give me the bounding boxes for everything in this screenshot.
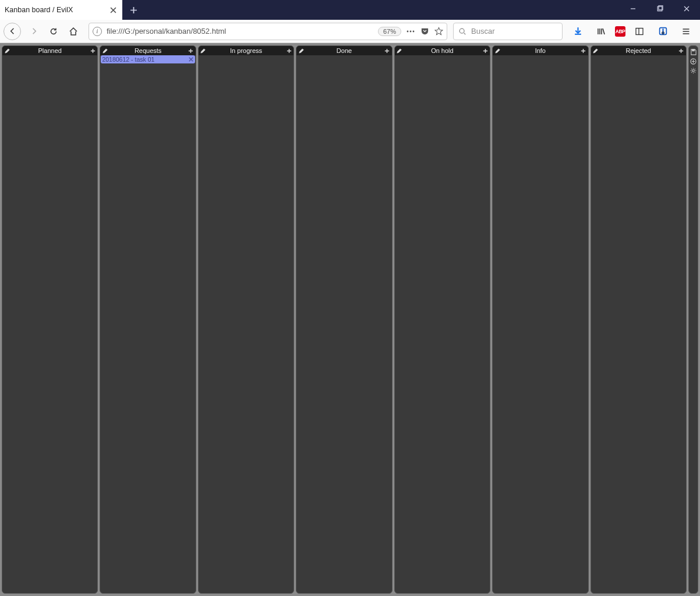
column-header: Planned [2,46,97,55]
window-controls [620,0,700,17]
kanban-column-requests: Requests 20180612 - task 01 [100,45,196,594]
edit-icon[interactable] [3,47,10,54]
column-title: On hold [403,47,482,54]
tab-title: Kanban board / EvilX [5,6,108,14]
window-titlebar: Kanban board / EvilX [0,0,700,20]
svg-point-11 [692,69,695,72]
column-title: Planned [10,47,89,54]
adblock-icon[interactable]: ABP [615,26,625,37]
library-icon[interactable] [592,22,610,41]
column-title: In progress [207,47,285,54]
edit-icon[interactable] [200,47,207,54]
edit-icon[interactable] [396,47,403,54]
column-title: Rejected [599,47,678,54]
toolbar-right-icons: ABP [568,22,695,41]
search-placeholder: Buscar [471,27,494,36]
add-icon[interactable] [188,47,195,54]
column-title: Info [501,47,579,54]
column-title: Requests [108,47,187,54]
kanban-column-info: Info [492,45,588,594]
edit-icon[interactable] [298,47,305,54]
forward-button[interactable] [24,22,43,41]
add-icon[interactable] [580,47,587,54]
app-menu-icon[interactable] [677,22,695,41]
svg-rect-6 [636,28,643,34]
column-header: Info [493,46,588,55]
save-icon[interactable] [690,48,697,55]
search-bar[interactable]: Buscar [453,23,563,40]
sidebar-icon[interactable] [630,22,649,41]
svg-rect-9 [692,49,695,51]
kanban-column-on-hold: On hold [394,45,490,594]
column-body[interactable]: 20180612 - task 01 [100,55,195,593]
svg-rect-0 [657,6,662,11]
column-header: Requests [100,46,195,55]
reload-button[interactable] [44,22,63,41]
column-body[interactable] [395,55,490,593]
card-text: 20180612 - task 01 [102,56,188,63]
close-icon[interactable] [188,56,194,62]
kanban-card[interactable]: 20180612 - task 01 [101,55,195,63]
column-header: Done [296,46,391,55]
add-icon[interactable] [482,47,489,54]
site-info-icon[interactable]: i [93,27,102,36]
column-body[interactable] [2,55,97,593]
kanban-column-in-progress: In progress [198,45,294,594]
downloads-icon[interactable] [568,22,587,41]
edit-icon[interactable] [101,47,108,54]
add-icon[interactable] [89,47,96,54]
add-icon[interactable] [678,47,685,54]
back-button[interactable] [3,23,21,40]
extension-icon[interactable] [653,22,672,41]
kanban-column-done: Done [296,45,392,594]
browser-tab[interactable]: Kanban board / EvilX [0,0,122,20]
add-icon[interactable] [285,47,292,54]
edit-icon[interactable] [494,47,501,54]
column-header: In progress [199,46,294,55]
column-body[interactable] [493,55,588,593]
url-text: file:///G:/personal/kanban/8052.html [107,27,373,36]
column-header: Rejected [591,46,686,55]
kanban-column-planned: Planned [2,45,98,594]
browser-toolbar: i file:///G:/personal/kanban/8052.html 6… [0,20,700,43]
close-icon[interactable] [108,5,118,15]
new-tab-button[interactable] [125,1,142,19]
svg-point-5 [459,29,464,33]
gear-icon[interactable] [690,67,697,74]
bookmark-star-icon[interactable] [434,27,443,36]
page-actions-icon[interactable] [406,27,415,36]
column-body[interactable] [199,55,294,593]
svg-point-2 [407,30,409,32]
minimize-button[interactable] [620,0,646,17]
svg-point-3 [410,30,412,32]
pocket-icon[interactable] [420,27,429,36]
board-side-rail [688,45,698,594]
kanban-column-rejected: Rejected [591,45,687,594]
close-window-button[interactable] [673,0,700,17]
column-header: On hold [395,46,490,55]
home-button[interactable] [64,22,83,41]
column-title: Done [305,47,383,54]
column-body[interactable] [591,55,686,593]
kanban-board: Planned Requests 20180612 - task 01 In p… [0,43,700,596]
maximize-button[interactable] [646,0,673,17]
svg-point-4 [413,30,415,32]
zoom-indicator[interactable]: 67% [378,27,401,36]
url-bar[interactable]: i file:///G:/personal/kanban/8052.html 6… [89,23,447,40]
add-icon[interactable] [384,47,391,54]
svg-point-8 [662,32,664,34]
edit-icon[interactable] [592,47,599,54]
add-column-icon[interactable] [690,58,697,65]
column-body[interactable] [296,55,391,593]
